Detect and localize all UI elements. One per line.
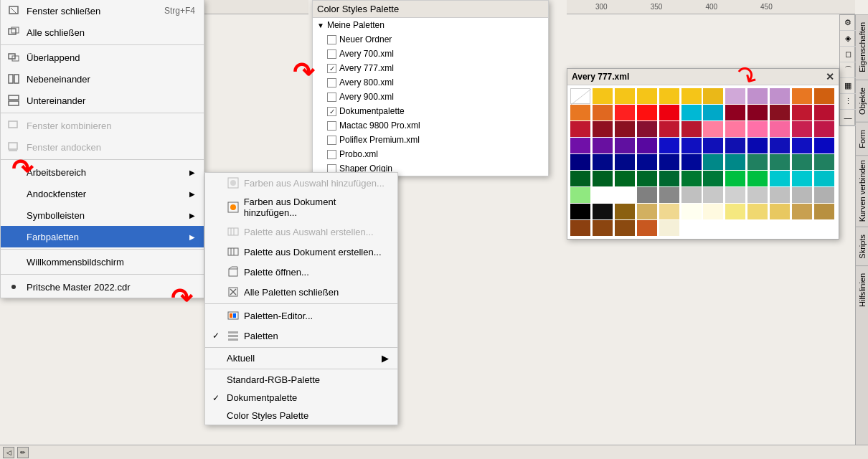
avery700-checkbox[interactable] (327, 49, 336, 59)
color-cell-4-7[interactable] (725, 154, 745, 170)
color-cell-1-9[interactable] (770, 105, 790, 120)
color-cell-8-0[interactable] (570, 220, 590, 236)
color-cell-8-11[interactable] (814, 220, 834, 236)
color-cell-1-8[interactable] (747, 105, 768, 120)
color-cell-3-2[interactable] (615, 138, 635, 153)
tree-neuer-ordner[interactable]: Neuer Ordner (313, 32, 548, 47)
color-cell-8-9[interactable] (770, 220, 790, 236)
avery777-checkbox[interactable] (327, 64, 336, 73)
color-cell-0-8[interactable] (747, 88, 768, 104)
menu-item-farbpaletten[interactable]: Farbpaletten ▶ (1, 226, 204, 247)
color-cell-6-10[interactable] (792, 187, 812, 203)
menu-item-fenster-andocken[interactable]: Fenster andocken (1, 136, 204, 158)
color-cell-7-2[interactable] (615, 204, 635, 219)
tool-dash-icon[interactable]: — (840, 110, 856, 126)
color-cell-2-1[interactable] (593, 121, 613, 137)
tab-objekte[interactable]: Objekte (856, 80, 868, 122)
tree-mactac[interactable]: Mactac 9800 Pro.xml (313, 118, 548, 133)
color-cell-2-11[interactable] (814, 121, 834, 137)
menu-item-fenster-kombinieren[interactable]: Fenster kombinieren (1, 115, 204, 136)
tool-dots-icon[interactable]: ⋮ (840, 94, 856, 110)
submenu-alle-paletten[interactable]: Alle Paletten schließen (205, 282, 397, 302)
color-cell-2-4[interactable] (659, 121, 679, 137)
color-cell-2-7[interactable] (725, 121, 745, 137)
submenu-palette-auswahl[interactable]: Palette aus Auswahl erstellen... (205, 222, 397, 242)
bottom-pencil-icon[interactable]: ✏ (17, 447, 29, 458)
submenu-palette-dokument[interactable]: Palette aus Dokument erstellen... (205, 242, 397, 262)
color-cell-8-1[interactable] (593, 220, 613, 236)
submenu-palette-oeffnen[interactable]: Palette öffnen... (205, 262, 397, 282)
color-cell-4-10[interactable] (792, 154, 812, 170)
color-cell-0-4[interactable] (659, 88, 679, 104)
color-cell-4-2[interactable] (615, 154, 635, 170)
color-cell-6-11[interactable] (814, 187, 834, 203)
menu-item-arbeitsbereich[interactable]: Arbeitsbereich ▶ (1, 161, 204, 183)
color-cell-6-6[interactable] (703, 187, 723, 203)
menu-item-untereinander[interactable]: Untereinander (1, 90, 204, 111)
avery900-checkbox[interactable] (327, 93, 336, 102)
color-cell-0-10[interactable] (792, 88, 812, 104)
tree-poliflex[interactable]: Poliflex Premium.xml (313, 133, 548, 147)
probo-checkbox[interactable] (327, 150, 336, 159)
menu-item-andockfenster[interactable]: Andockfenster ▶ (1, 183, 204, 204)
color-cell-7-0[interactable] (570, 204, 590, 219)
color-cell-0-3[interactable] (637, 88, 657, 104)
submenu-aktuell[interactable]: Aktuell ▶ (205, 349, 397, 367)
tree-avery700[interactable]: Avery 700.xml (313, 47, 548, 61)
tool-gear-icon[interactable]: ⚙ (840, 15, 856, 31)
color-cell-3-5[interactable] (681, 138, 702, 153)
color-cell-8-2[interactable] (615, 220, 635, 236)
color-cell-6-8[interactable] (747, 187, 768, 203)
submenu-paletten[interactable]: ✓ Paletten (205, 326, 397, 346)
tree-meine-paletten[interactable]: ▼ Meine Paletten (313, 18, 548, 32)
tree-dokumentpalette[interactable]: Dokumentpalette (313, 104, 548, 118)
color-cell-5-11[interactable] (814, 171, 834, 186)
color-cell-0-1[interactable] (593, 88, 613, 104)
color-cell-6-5[interactable] (681, 187, 702, 203)
color-cell-0-0[interactable] (570, 88, 590, 104)
color-cell-3-0[interactable] (570, 138, 590, 153)
submenu-farben-dokument[interactable]: Farben aus Dokument hinzufügen... (205, 193, 397, 222)
tree-probo[interactable]: Probo.xml (313, 147, 548, 161)
color-cell-2-9[interactable] (770, 121, 790, 137)
color-cell-8-4[interactable] (659, 220, 679, 236)
color-cell-4-9[interactable] (770, 154, 790, 170)
color-cell-7-3[interactable] (637, 204, 657, 219)
color-cell-2-5[interactable] (681, 121, 702, 137)
color-cell-6-9[interactable] (770, 187, 790, 203)
color-cell-8-7[interactable] (725, 220, 745, 236)
color-cell-6-2[interactable] (615, 187, 635, 203)
tree-avery800[interactable]: Avery 800.xml (313, 75, 548, 90)
color-cell-1-6[interactable] (703, 105, 723, 120)
color-cell-3-1[interactable] (593, 138, 613, 153)
color-cell-4-5[interactable] (681, 154, 702, 170)
mactac-checkbox[interactable] (327, 121, 336, 131)
color-cell-3-7[interactable] (725, 138, 745, 153)
menu-item-alle-schliessen[interactable]: Alle schließen (1, 22, 204, 43)
color-cell-1-11[interactable] (814, 105, 834, 120)
color-cell-7-11[interactable] (814, 204, 834, 219)
color-cell-0-5[interactable] (681, 88, 702, 104)
color-cell-5-1[interactable] (593, 171, 613, 186)
color-cell-5-3[interactable] (637, 171, 657, 186)
color-cell-7-5[interactable] (681, 204, 702, 219)
tab-skripts[interactable]: Skripts (856, 227, 868, 266)
tool-shape-icon[interactable]: ◻ (840, 47, 856, 62)
bottom-arrow-icon[interactable]: ◁ (3, 447, 14, 458)
color-cell-1-5[interactable] (681, 105, 702, 120)
neuer-ordner-checkbox[interactable] (327, 35, 336, 44)
color-cell-1-2[interactable] (615, 105, 635, 120)
color-cell-2-0[interactable] (570, 121, 590, 137)
tool-curve-icon[interactable]: ⌒ (840, 62, 856, 78)
color-cell-7-4[interactable] (659, 204, 679, 219)
color-cell-0-6[interactable] (703, 88, 723, 104)
color-cell-8-10[interactable] (792, 220, 812, 236)
avery800-checkbox[interactable] (327, 78, 336, 87)
color-cell-5-10[interactable] (792, 171, 812, 186)
color-cell-3-4[interactable] (659, 138, 679, 153)
color-cell-5-6[interactable] (703, 171, 723, 186)
color-cell-6-3[interactable] (637, 187, 657, 203)
color-cell-3-6[interactable] (703, 138, 723, 153)
tree-avery900[interactable]: Avery 900.xml (313, 90, 548, 104)
color-cell-4-1[interactable] (593, 154, 613, 170)
